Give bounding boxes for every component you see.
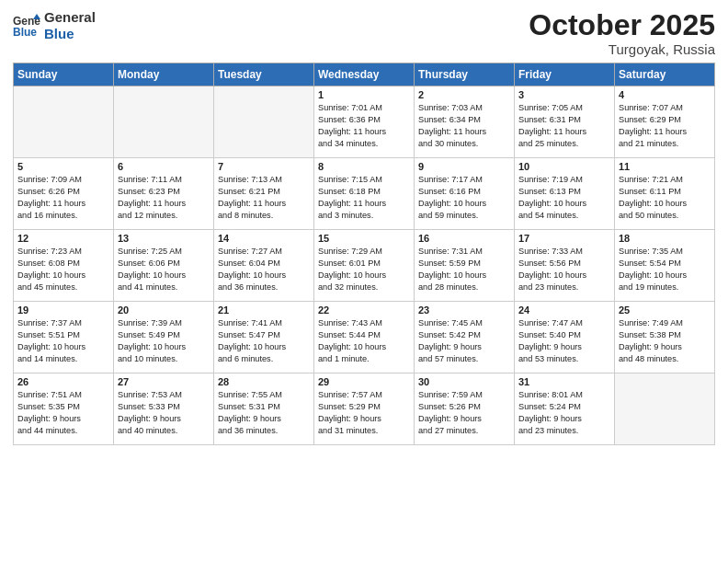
day-number: 17 (518, 233, 610, 244)
sunset-info: Sunset: 5:24 PM (518, 401, 610, 413)
sunset-info: Sunset: 6:16 PM (418, 186, 510, 198)
sunset-info: Sunset: 5:38 PM (619, 329, 711, 341)
sunrise-info: Sunrise: 7:33 AM (518, 246, 610, 258)
title-block: October 2025 Turgoyak, Russia (529, 9, 715, 57)
day-number: 31 (518, 376, 610, 387)
sunset-info: Sunset: 6:34 PM (418, 114, 510, 126)
daylight-info: Daylight: 10 hours (619, 198, 711, 210)
table-row: 9Sunrise: 7:17 AMSunset: 6:16 PMDaylight… (415, 158, 515, 230)
daylight-info: and 27 minutes. (418, 425, 510, 437)
table-row: 2Sunrise: 7:03 AMSunset: 6:34 PMDaylight… (415, 86, 515, 158)
table-row: 23Sunrise: 7:45 AMSunset: 5:42 PMDayligh… (415, 302, 515, 373)
sunset-info: Sunset: 6:04 PM (218, 258, 310, 270)
daylight-info: and 14 minutes. (17, 353, 109, 365)
table-row: 11Sunrise: 7:21 AMSunset: 6:11 PMDayligh… (615, 158, 715, 230)
sunset-info: Sunset: 6:06 PM (118, 258, 210, 270)
daylight-info: and 1 minute. (318, 353, 410, 365)
daylight-info: Daylight: 11 hours (318, 126, 410, 138)
sunrise-info: Sunrise: 7:51 AM (17, 389, 109, 401)
sunrise-info: Sunrise: 7:21 AM (619, 174, 711, 186)
table-row: 5Sunrise: 7:09 AMSunset: 6:26 PMDaylight… (14, 158, 114, 230)
sunrise-info: Sunrise: 7:13 AM (218, 174, 310, 186)
sunrise-info: Sunrise: 7:17 AM (418, 174, 510, 186)
daylight-info: Daylight: 9 hours (118, 413, 210, 425)
daylight-info: Daylight: 9 hours (518, 341, 610, 353)
day-number: 8 (318, 161, 410, 172)
sunset-info: Sunset: 5:29 PM (318, 401, 410, 413)
day-number: 21 (218, 304, 310, 316)
daylight-info: and 36 minutes. (218, 425, 310, 437)
daylight-info: Daylight: 11 hours (418, 126, 510, 138)
sunset-info: Sunset: 5:59 PM (418, 258, 510, 270)
day-number: 3 (518, 89, 610, 100)
header: General Blue General Blue October 2025 T… (13, 9, 715, 57)
day-number: 15 (318, 233, 410, 244)
sunset-info: Sunset: 6:13 PM (518, 186, 610, 198)
table-row (114, 86, 214, 158)
table-row: 14Sunrise: 7:27 AMSunset: 6:04 PMDayligh… (214, 230, 314, 302)
table-row: 12Sunrise: 7:23 AMSunset: 6:08 PMDayligh… (14, 230, 114, 302)
month-title: October 2025 (529, 9, 715, 41)
table-row: 18Sunrise: 7:35 AMSunset: 5:54 PMDayligh… (615, 230, 715, 302)
sunrise-info: Sunrise: 7:05 AM (518, 102, 610, 114)
sunrise-info: Sunrise: 7:19 AM (518, 174, 610, 186)
header-tuesday: Tuesday (214, 63, 314, 86)
sunrise-info: Sunrise: 7:27 AM (218, 246, 310, 258)
table-row: 6Sunrise: 7:11 AMSunset: 6:23 PMDaylight… (114, 158, 214, 230)
sunset-info: Sunset: 5:26 PM (418, 401, 510, 413)
daylight-info: and 36 minutes. (218, 282, 310, 293)
sunrise-info: Sunrise: 7:29 AM (318, 246, 410, 258)
table-row (214, 86, 314, 158)
day-number: 24 (518, 304, 610, 316)
day-number: 9 (418, 161, 510, 172)
day-number: 25 (619, 304, 711, 316)
day-number: 11 (619, 161, 711, 172)
calendar-week-row: 1Sunrise: 7:01 AMSunset: 6:36 PMDaylight… (14, 86, 715, 158)
table-row: 16Sunrise: 7:31 AMSunset: 5:59 PMDayligh… (415, 230, 515, 302)
daylight-info: and 12 minutes. (118, 210, 210, 222)
daylight-info: Daylight: 9 hours (619, 341, 711, 353)
table-row: 26Sunrise: 7:51 AMSunset: 5:35 PMDayligh… (14, 373, 114, 445)
daylight-info: Daylight: 9 hours (418, 341, 510, 353)
table-row: 15Sunrise: 7:29 AMSunset: 6:01 PMDayligh… (314, 230, 415, 302)
sunset-info: Sunset: 6:31 PM (518, 114, 610, 126)
daylight-info: and 50 minutes. (619, 210, 711, 222)
sunrise-info: Sunrise: 7:39 AM (118, 317, 210, 329)
daylight-info: and 21 minutes. (619, 138, 711, 150)
sunrise-info: Sunrise: 7:25 AM (118, 246, 210, 258)
logo: General Blue General Blue (13, 9, 96, 42)
table-row: 7Sunrise: 7:13 AMSunset: 6:21 PMDaylight… (214, 158, 314, 230)
daylight-info: Daylight: 11 hours (518, 126, 610, 138)
sunset-info: Sunset: 5:56 PM (518, 258, 610, 270)
page-container: General Blue General Blue October 2025 T… (0, 0, 728, 563)
sunset-info: Sunset: 5:51 PM (17, 329, 109, 341)
daylight-info: and 30 minutes. (418, 138, 510, 150)
daylight-info: and 23 minutes. (518, 282, 610, 293)
sunrise-info: Sunrise: 7:07 AM (619, 102, 711, 114)
daylight-info: Daylight: 10 hours (418, 198, 510, 210)
sunrise-info: Sunrise: 7:59 AM (418, 389, 510, 401)
daylight-info: and 8 minutes. (218, 210, 310, 222)
table-row: 17Sunrise: 7:33 AMSunset: 5:56 PMDayligh… (515, 230, 615, 302)
calendar-week-row: 26Sunrise: 7:51 AMSunset: 5:35 PMDayligh… (14, 373, 715, 445)
table-row: 24Sunrise: 7:47 AMSunset: 5:40 PMDayligh… (515, 302, 615, 373)
table-row: 13Sunrise: 7:25 AMSunset: 6:06 PMDayligh… (114, 230, 214, 302)
daylight-info: and 19 minutes. (619, 282, 711, 293)
table-row: 25Sunrise: 7:49 AMSunset: 5:38 PMDayligh… (615, 302, 715, 373)
day-number: 14 (218, 233, 310, 244)
calendar-week-row: 12Sunrise: 7:23 AMSunset: 6:08 PMDayligh… (14, 230, 715, 302)
daylight-info: Daylight: 10 hours (318, 270, 410, 282)
sunrise-info: Sunrise: 7:11 AM (118, 174, 210, 186)
table-row: 22Sunrise: 7:43 AMSunset: 5:44 PMDayligh… (314, 302, 415, 373)
sunset-info: Sunset: 6:21 PM (218, 186, 310, 198)
sunset-info: Sunset: 6:36 PM (318, 114, 410, 126)
sunset-info: Sunset: 6:23 PM (118, 186, 210, 198)
table-row: 27Sunrise: 7:53 AMSunset: 5:33 PMDayligh… (114, 373, 214, 445)
daylight-info: Daylight: 10 hours (118, 270, 210, 282)
daylight-info: and 25 minutes. (518, 138, 610, 150)
calendar-header-row: Sunday Monday Tuesday Wednesday Thursday… (14, 63, 715, 86)
daylight-info: and 53 minutes. (518, 353, 610, 365)
daylight-info: Daylight: 10 hours (218, 341, 310, 353)
daylight-info: Daylight: 10 hours (619, 270, 711, 282)
day-number: 2 (418, 89, 510, 100)
